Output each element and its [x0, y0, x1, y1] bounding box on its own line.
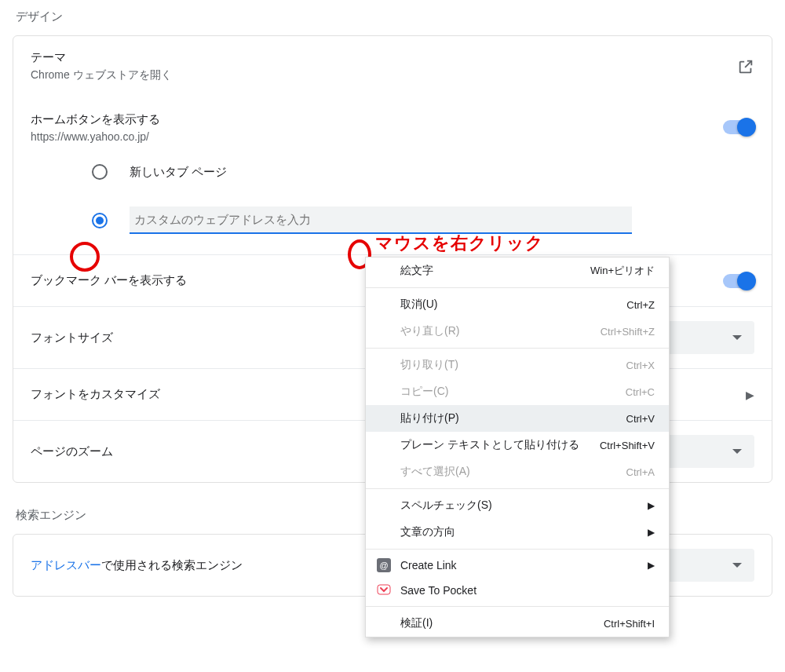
svg-rect-2 — [378, 585, 390, 594]
radio-new-tab-label: 新しいタブ ページ — [130, 165, 227, 180]
bookmark-bar-title: ブックマーク バーを表示する — [31, 273, 187, 288]
menu-create-link[interactable]: @ Create Link▶ — [366, 553, 669, 578]
menu-text-direction[interactable]: 文章の方向▶ — [366, 519, 669, 546]
theme-sub: Chrome ウェブストアを開く — [31, 68, 172, 82]
menu-inspect[interactable]: 検証(I)Ctrl+Shift+I — [366, 610, 669, 637]
theme-row[interactable]: テーマ Chrome ウェブストアを開く — [13, 36, 772, 97]
link-extension-icon: @ — [377, 558, 391, 572]
chevron-down-icon — [732, 449, 742, 454]
context-menu: 絵文字Win+ピリオド 取消(U)Ctrl+Z やり直し(R)Ctrl+Shif… — [365, 257, 670, 637]
menu-cut: 切り取り(T)Ctrl+X — [366, 352, 669, 378]
home-button-toggle[interactable] — [723, 120, 754, 134]
chevron-right-icon: ▶ — [648, 500, 655, 511]
font-size-title: フォントサイズ — [31, 331, 113, 345]
pocket-icon — [377, 583, 391, 597]
menu-undo[interactable]: 取消(U)Ctrl+Z — [366, 291, 669, 318]
menu-separator — [366, 488, 669, 489]
menu-emoji[interactable]: 絵文字Win+ピリオド — [366, 257, 669, 284]
font-customize-title: フォントをカスタマイズ — [31, 387, 160, 402]
search-engine-link[interactable]: アドレスバー — [31, 558, 101, 572]
svg-text:@: @ — [379, 561, 388, 570]
external-link-icon — [737, 58, 754, 75]
home-button-row: ホームボタンを表示する https://www.yahoo.co.jp/ — [13, 97, 772, 148]
menu-separator — [366, 606, 669, 607]
chevron-right-icon: ▶ — [648, 527, 655, 538]
chevron-right-icon: ▶ — [746, 389, 754, 401]
menu-redo: やり直し(R)Ctrl+Shift+Z — [366, 318, 669, 345]
chevron-down-icon — [732, 563, 742, 568]
menu-select-all: すべて選択(A)Ctrl+A — [366, 458, 669, 485]
menu-spellcheck[interactable]: スペルチェック(S)▶ — [366, 492, 669, 519]
radio-icon — [92, 164, 108, 180]
custom-url-input[interactable] — [130, 206, 632, 234]
page-zoom-title: ページのズーム — [31, 444, 113, 459]
theme-title: テーマ — [31, 50, 172, 65]
chevron-right-icon: ▶ — [648, 560, 655, 571]
menu-copy: コピー(C)Ctrl+C — [366, 378, 669, 405]
home-button-title: ホームボタンを表示する — [31, 112, 160, 127]
menu-separator — [366, 348, 669, 349]
chevron-down-icon — [732, 335, 742, 340]
menu-paste-plain[interactable]: プレーン テキストとして貼り付けるCtrl+Shift+V — [366, 432, 669, 458]
bookmark-bar-toggle[interactable] — [723, 274, 754, 288]
section-header-design: デザイン — [0, 0, 785, 35]
radio-new-tab[interactable]: 新しいタブ ページ — [92, 164, 754, 180]
menu-paste[interactable]: 貼り付け(P)Ctrl+V — [366, 405, 669, 432]
home-url: https://www.yahoo.co.jp/ — [31, 130, 160, 143]
radio-icon — [92, 213, 108, 228]
menu-save-pocket[interactable]: Save To Pocket — [366, 578, 669, 603]
menu-separator — [366, 287, 669, 288]
menu-separator — [366, 549, 669, 550]
search-engine-title: アドレスバーで使用される検索エンジン — [31, 558, 243, 573]
radio-custom-url[interactable] — [92, 206, 754, 234]
annot-right-click-text: マウスを右クリック — [375, 232, 544, 255]
